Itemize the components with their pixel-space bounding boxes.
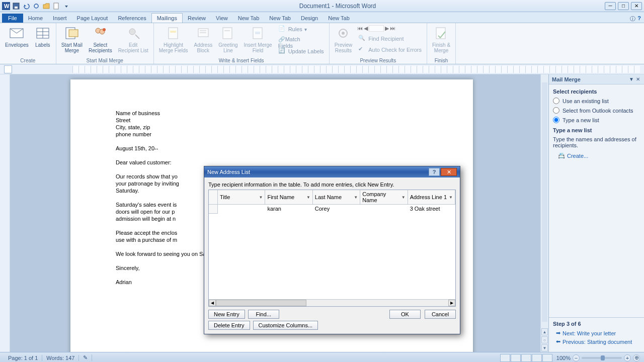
match-fields-button[interactable]: 🔗Match Fields — [276, 35, 326, 45]
help-icon[interactable]: ? — [637, 15, 641, 23]
address-grid[interactable]: Title▼ First Name▼ Last Name▼ Company Na… — [208, 190, 456, 307]
new-entry-button[interactable]: New Entry — [208, 310, 245, 319]
vertical-scrollbar[interactable]: ▲ ○ ▼ — [540, 74, 548, 352]
document-area[interactable]: Name of business Street City, state, zip… — [10, 74, 540, 352]
qat-dropdown-icon[interactable] — [62, 2, 70, 10]
cell-first[interactable]: karan — [265, 205, 312, 214]
tab-mailings[interactable]: Mailings — [151, 13, 183, 23]
taskpane-dropdown-icon[interactable]: ▼ — [628, 76, 635, 82]
word-icon: W — [2, 2, 10, 10]
col-company[interactable]: Company Name▼ — [360, 190, 408, 204]
cell-last[interactable]: Corey — [313, 205, 360, 214]
delete-entry-button[interactable]: Delete Entry — [208, 321, 250, 330]
tab-new-3[interactable]: New Tab — [323, 14, 355, 23]
taskpane-close-icon[interactable]: ✕ — [635, 76, 641, 82]
zoom-slider[interactable] — [582, 357, 622, 359]
word-count[interactable]: Words: 147 — [42, 355, 79, 361]
next-page-icon[interactable]: ▼ — [541, 344, 548, 351]
title-bar: W Document1 - Microsoft Word ─ □ ✕ — [0, 0, 644, 12]
radio-existing-list[interactable]: Use an existing list — [553, 98, 640, 104]
tab-page-layout[interactable]: Page Layout — [72, 14, 113, 23]
greeting-line-button[interactable]: Greeting Line — [216, 24, 239, 54]
last-record-icon[interactable]: ⏭ — [390, 25, 395, 32]
insert-merge-field-button[interactable]: Insert Merge Field — [242, 24, 274, 54]
page-status[interactable]: Page: 1 of 1 — [4, 355, 42, 361]
zoom-out-button[interactable]: − — [573, 354, 580, 361]
dialog-help-button[interactable]: ? — [429, 168, 440, 176]
prev-record-icon[interactable]: ◀ — [364, 25, 368, 32]
tab-design[interactable]: Design — [296, 14, 323, 23]
envelopes-button[interactable]: Envelopes — [3, 24, 31, 49]
tab-new-1[interactable]: New Tab — [233, 14, 265, 23]
tab-view[interactable]: View — [211, 14, 233, 23]
vertical-ruler[interactable] — [0, 74, 10, 352]
print-layout-view[interactable] — [500, 354, 510, 362]
browse-object-icon[interactable]: ○ — [541, 336, 548, 343]
new-icon[interactable] — [52, 2, 60, 10]
finish-merge-button[interactable]: Finish & Merge — [430, 24, 452, 54]
address-block-button[interactable]: Address Block — [192, 24, 214, 54]
cancel-button[interactable]: Cancel — [425, 310, 456, 319]
full-screen-view[interactable] — [511, 354, 521, 362]
col-last-name[interactable]: Last Name▼ — [313, 190, 360, 204]
ok-button[interactable]: OK — [389, 310, 421, 319]
minimize-button[interactable]: ─ — [605, 2, 616, 10]
radio-outlook-contacts[interactable]: Select from Outlook contacts — [553, 107, 640, 114]
undo-icon[interactable] — [22, 2, 30, 10]
svg-rect-25 — [255, 32, 260, 34]
create-link[interactable]: 📇 Create... — [558, 152, 640, 159]
update-labels-button[interactable]: 🔄Update Labels — [276, 46, 326, 56]
rules-button[interactable]: 📄Rules ▾ — [276, 24, 326, 34]
web-layout-view[interactable] — [521, 354, 531, 362]
col-title[interactable]: Title▼ — [218, 190, 265, 204]
cell-addr[interactable]: 3 Oak street — [408, 205, 455, 214]
prev-page-icon[interactable]: ▲ — [541, 328, 548, 335]
dialog-close-button[interactable]: ✕ — [441, 168, 457, 176]
arrow-left-icon: ⬅ — [556, 338, 560, 345]
tab-home[interactable]: Home — [23, 14, 48, 23]
tab-review[interactable]: Review — [183, 14, 211, 23]
close-button[interactable]: ✕ — [631, 2, 642, 10]
grid-row[interactable]: karan Corey 3 Oak street — [209, 205, 455, 214]
maximize-button[interactable]: □ — [618, 2, 629, 10]
horizontal-ruler[interactable] — [72, 66, 640, 73]
first-record-icon[interactable]: ⏮ — [357, 25, 363, 32]
auto-check-errors-button[interactable]: ✔Auto Check for Errors — [356, 45, 424, 55]
tab-selector[interactable] — [4, 65, 12, 73]
labels-button[interactable]: Labels — [33, 24, 53, 49]
create-group-label: Create — [3, 57, 53, 64]
preview-results-button[interactable]: Preview Results — [333, 24, 355, 54]
mail-merge-task-pane: Mail Merge ▼ ✕ Select recipients Use an … — [548, 74, 644, 352]
highlight-merge-fields-button[interactable]: Highlight Merge Fields — [157, 24, 190, 54]
draft-view[interactable] — [542, 354, 552, 362]
tab-new-2[interactable]: New Tab — [264, 14, 296, 23]
file-tab[interactable]: File — [2, 14, 23, 23]
minimize-ribbon-icon[interactable]: ⓘ — [630, 15, 635, 23]
redo-icon[interactable] — [32, 2, 40, 10]
arrow-right-icon: ➡ — [556, 330, 560, 336]
next-record-icon[interactable]: ▶ — [385, 25, 389, 32]
open-icon[interactable] — [42, 2, 50, 10]
zoom-in-button[interactable]: + — [624, 354, 631, 361]
find-recipient-button[interactable]: 🔍Find Recipient — [356, 34, 424, 44]
tab-insert[interactable]: Insert — [48, 14, 72, 23]
outline-view[interactable] — [532, 354, 542, 362]
find-button[interactable]: Find... — [248, 310, 279, 319]
cell-title[interactable] — [218, 205, 265, 214]
edit-recipient-list-button[interactable]: Edit Recipient List — [116, 24, 150, 54]
previous-step-link[interactable]: ⬅Previous: Starting document — [556, 338, 640, 345]
col-address[interactable]: Address Line 1▼ — [408, 190, 455, 204]
radio-type-new-list[interactable]: Type a new list — [553, 117, 640, 123]
grid-hscroll[interactable]: ◀▶ — [209, 299, 455, 306]
zoom-fit-button[interactable]: ⊕ — [633, 354, 640, 361]
start-mail-merge-button[interactable]: Start Mail Merge — [59, 24, 85, 54]
select-recipients-button[interactable]: Select Recipients — [87, 24, 114, 54]
tab-references[interactable]: References — [113, 14, 151, 23]
col-first-name[interactable]: First Name▼ — [265, 190, 312, 204]
zoom-level[interactable]: 100% — [556, 355, 571, 361]
customize-columns-button[interactable]: Customize Columns... — [253, 321, 318, 330]
save-icon[interactable] — [12, 2, 20, 10]
cell-company[interactable] — [360, 205, 408, 214]
next-step-link[interactable]: ➡Next: Write your letter — [556, 330, 640, 336]
proofing-icon[interactable]: ✎ — [79, 354, 92, 361]
